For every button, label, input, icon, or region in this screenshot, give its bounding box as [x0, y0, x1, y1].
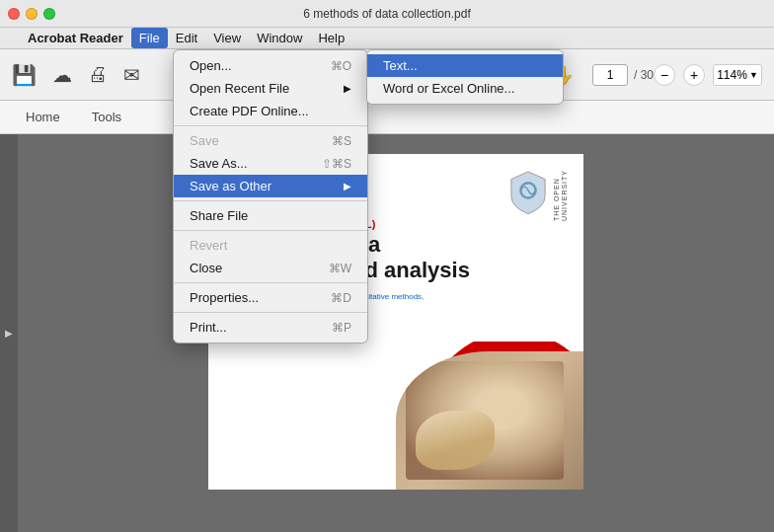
cloud-icon: ☁ — [52, 63, 72, 87]
menu-save-as[interactable]: Save As... ⇧⌘S — [174, 152, 367, 175]
maximize-button[interactable] — [43, 8, 55, 20]
open-recent-arrow-icon: ▶ — [344, 83, 351, 94]
menu-close-shortcut: ⌘W — [329, 262, 351, 275]
menu-app-name[interactable]: Acrobat Reader — [20, 28, 131, 48]
menu-properties-shortcut: ⌘D — [331, 291, 351, 305]
print-icon: 🖨 — [88, 63, 108, 86]
menu-share[interactable]: Share File — [174, 204, 367, 227]
minimize-button[interactable] — [26, 8, 38, 20]
title-bar: 6 methods of data collection.pdf — [0, 0, 774, 28]
menu-create-pdf[interactable]: Create PDF Online... — [174, 100, 367, 122]
menu-save-label: Save — [190, 133, 219, 148]
menu-view[interactable]: View — [205, 28, 249, 48]
save-other-submenu: Text... Word or Excel Online... — [366, 49, 564, 105]
menu-properties-label: Properties... — [190, 290, 259, 305]
tabs-bar: Home Tools — [0, 101, 774, 134]
ou-logo: The OpenUniversity — [509, 170, 568, 221]
menu-close[interactable]: Close ⌘W — [174, 257, 367, 279]
menu-properties[interactable]: Properties... ⌘D — [174, 286, 367, 309]
menu-save-other[interactable]: Save as Other ▶ — [174, 175, 367, 197]
menu-open[interactable]: Open... ⌘O — [174, 54, 367, 77]
menu-apple[interactable] — [4, 28, 20, 48]
tab-tools[interactable]: Tools — [78, 105, 135, 129]
menu-close-label: Close — [190, 261, 222, 275]
pdf-content: The OpenUniversity Save the Children ing… — [18, 134, 774, 532]
upload-tool-btn[interactable]: ☁ — [52, 63, 72, 87]
window-title: 6 methods of data collection.pdf — [303, 7, 470, 21]
print-tool-btn[interactable]: 🖨 — [88, 63, 108, 86]
submenu-word-excel[interactable]: Word or Excel Online... — [367, 77, 563, 100]
separator-2 — [174, 200, 367, 201]
pdf-photo — [396, 351, 583, 490]
ou-label: The OpenUniversity — [553, 170, 568, 221]
menu-save-as-shortcut: ⇧⌘S — [322, 157, 351, 171]
tab-home[interactable]: Home — [12, 105, 74, 129]
save-tool-btn[interactable]: 💾 — [12, 63, 37, 87]
menu-open-recent-label: Open Recent File — [190, 81, 289, 96]
menu-file[interactable]: File — [131, 28, 168, 48]
menu-save-shortcut: ⌘S — [332, 134, 351, 148]
close-button[interactable] — [8, 8, 20, 20]
sidebar-left: ▶ — [0, 134, 18, 532]
menu-window[interactable]: Window — [249, 28, 310, 48]
menu-save-as-label: Save As... — [190, 156, 248, 171]
menu-bar: Acrobat Reader File Edit View Window Hel… — [0, 28, 774, 49]
file-menu: Open... ⌘O Open Recent File ▶ Create PDF… — [173, 49, 368, 343]
zoom-level[interactable]: 114% ▼ — [713, 64, 762, 86]
main-area: ▶ The OpenUniversity Save the Children i… — [0, 134, 774, 532]
menu-edit[interactable]: Edit — [168, 28, 205, 48]
menu-print-shortcut: ⌘P — [332, 321, 351, 335]
zoom-in-btn[interactable]: + — [683, 64, 705, 86]
zoom-out-btn[interactable]: − — [654, 64, 675, 86]
floppy-icon: 💾 — [12, 63, 37, 87]
zoom-dropdown-icon: ▼ — [749, 70, 758, 80]
pdf-image-area — [366, 342, 583, 490]
page-separator: / 30 — [634, 68, 654, 82]
menu-create-pdf-label: Create PDF Online... — [190, 104, 309, 118]
menu-revert-label: Revert — [190, 238, 227, 253]
menu-open-recent[interactable]: Open Recent File ▶ — [174, 77, 367, 100]
separator-4 — [174, 282, 367, 283]
submenu-text[interactable]: Text... — [367, 54, 563, 77]
separator-5 — [174, 312, 367, 313]
submenu-text-label: Text... — [383, 58, 418, 73]
menu-revert: Revert — [174, 234, 367, 257]
menu-help[interactable]: Help — [310, 28, 352, 48]
menu-open-shortcut: ⌘O — [331, 59, 351, 73]
menu-save: Save ⌘S — [174, 129, 367, 152]
mail-tool-btn[interactable]: ✉ — [123, 63, 140, 87]
submenu-word-excel-label: Word or Excel Online... — [383, 81, 514, 96]
save-other-arrow-icon: ▶ — [344, 181, 351, 191]
sidebar-toggle-icon[interactable]: ▶ — [5, 328, 13, 339]
menu-print-label: Print... — [190, 320, 227, 335]
mail-icon: ✉ — [123, 63, 140, 87]
shield-icon — [509, 170, 547, 215]
page-number-input[interactable] — [592, 64, 628, 86]
menu-save-other-label: Save as Other — [190, 179, 271, 193]
separator-3 — [174, 230, 367, 231]
menu-print[interactable]: Print... ⌘P — [174, 316, 367, 339]
zoom-controls: − + 114% ▼ — [654, 64, 762, 86]
traffic-lights — [8, 8, 55, 20]
menu-open-label: Open... — [190, 58, 232, 73]
menu-share-label: Share File — [190, 208, 248, 223]
separator-1 — [174, 125, 367, 126]
